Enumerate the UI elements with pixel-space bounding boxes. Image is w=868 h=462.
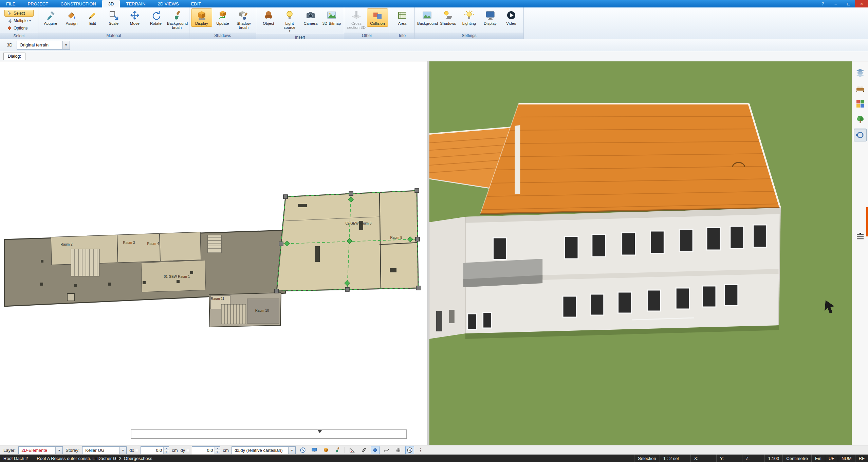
help-button[interactable]: ?: [816, 0, 829, 7]
plants-button[interactable]: [854, 113, 867, 126]
view-3d-panel[interactable]: [429, 61, 852, 445]
shadow-display-icon: [196, 10, 207, 21]
edit-pencil-icon: [87, 10, 98, 21]
dx-input[interactable]: [141, 447, 163, 454]
shadow-display-button[interactable]: Display: [191, 8, 212, 27]
layer-select[interactable]: 2D-Elemente ▾: [18, 446, 63, 454]
tab-edit[interactable]: EDIT: [185, 0, 207, 7]
floor-plan-canvas[interactable]: Raum 2 Raum 3 Raum 4 01-GEW-Raum 1 02-GE…: [0, 61, 427, 445]
status-flag-uf[interactable]: UF: [825, 455, 838, 462]
spin-down-icon[interactable]: ▼: [215, 450, 220, 454]
shadow-update-button[interactable]: Update: [212, 8, 233, 27]
furnishing-icon: [855, 83, 865, 93]
status-flag-rf[interactable]: RF: [855, 455, 868, 462]
options-button[interactable]: Options: [4, 25, 34, 32]
settings-display-button[interactable]: Display: [480, 8, 501, 27]
group-label-other: Other: [344, 33, 390, 39]
ortho-snap-toggle[interactable]: [371, 446, 380, 454]
collision-button[interactable]: Collision: [367, 8, 388, 27]
furnishing-button[interactable]: [854, 82, 867, 95]
render-3d-canvas[interactable]: [429, 61, 852, 445]
chevron-down-icon: ▾: [289, 30, 291, 33]
shadow-update-icon: [217, 10, 228, 21]
timer-icon: [300, 447, 306, 453]
scale-button[interactable]: Scale: [103, 8, 124, 27]
spline-toggle[interactable]: [382, 446, 391, 454]
cross-section-button[interactable]: Cross section 3D: [346, 8, 367, 31]
angle-snap-toggle[interactable]: [348, 446, 356, 454]
object-button[interactable]: Object: [258, 8, 279, 27]
settings-shadows-button[interactable]: Shadows: [438, 8, 459, 27]
dialog-tab[interactable]: Dialog:: [3, 53, 25, 60]
options-label: Options: [14, 26, 27, 31]
background-brush-button[interactable]: Background brush: [166, 8, 187, 31]
shadow-brush-button[interactable]: Shadow brush: [233, 8, 254, 31]
scale-indicator[interactable]: 1:100: [764, 455, 783, 462]
spin-up-icon[interactable]: ▲: [215, 447, 220, 450]
screen-button[interactable]: [310, 446, 319, 454]
background-brush-icon: [171, 10, 182, 21]
layers-button[interactable]: [854, 66, 867, 79]
timer-button[interactable]: [298, 446, 307, 454]
status-flag-num[interactable]: NUM: [838, 455, 855, 462]
tab-3d[interactable]: 3D: [102, 0, 120, 7]
plan-2d-panel[interactable]: Raum 2 Raum 3 Raum 4 01-GEW-Raum 1 02-GE…: [0, 61, 427, 445]
chevron-down-icon: ▾: [62, 41, 70, 49]
status-flag-ein[interactable]: Ein: [811, 455, 825, 462]
reference-cube-icon: [323, 447, 329, 453]
ribbon: Select Multiple ▾ Options Select: [0, 7, 868, 39]
collision-label: Collision: [370, 21, 385, 25]
scroll-indicator[interactable]: [866, 207, 868, 236]
paintbrush-button[interactable]: [333, 446, 342, 454]
parallel-snap-toggle[interactable]: [359, 446, 368, 454]
section-depth-button[interactable]: [854, 230, 867, 243]
tab-construction[interactable]: CONSTRUCTION: [54, 0, 102, 7]
overflow-menu[interactable]: ⋮: [417, 447, 424, 453]
close-button[interactable]: ×: [855, 0, 868, 7]
settings-background-button[interactable]: Background: [417, 8, 438, 27]
spin-up-icon[interactable]: ▲: [164, 447, 169, 450]
minimize-button[interactable]: –: [829, 0, 842, 7]
assign-label: Assign: [66, 21, 78, 25]
area-button[interactable]: Area: [392, 8, 413, 27]
tab-project[interactable]: PROJECT: [21, 0, 54, 7]
acquire-button[interactable]: Acquire: [40, 8, 61, 27]
bitmap-3d-button[interactable]: 3D-Bitmap: [321, 8, 342, 27]
rotate-button[interactable]: Rotate: [145, 8, 166, 27]
move-button[interactable]: Move: [124, 8, 145, 27]
maximize-button[interactable]: □: [842, 0, 855, 7]
tab-2d-views[interactable]: 2D VIEWS: [152, 0, 185, 7]
chevron-down-icon: ▾: [55, 447, 62, 454]
panel-splitter[interactable]: [427, 61, 429, 445]
spin-down-icon[interactable]: ▼: [164, 450, 169, 454]
tab-file[interactable]: FILE: [0, 0, 21, 7]
tab-terrain[interactable]: TERRAIN: [120, 0, 151, 7]
grid-toggle[interactable]: [394, 446, 403, 454]
light-source-label: Light source: [280, 21, 299, 30]
unit-indicator[interactable]: Centimetre: [782, 455, 811, 462]
scale-icon: [108, 10, 119, 21]
rotate-label: Rotate: [150, 21, 162, 25]
coordinate-mode-select[interactable]: dx,dy (relative cartesian) ▾: [232, 446, 296, 454]
room-label: Raum 4: [147, 242, 159, 246]
light-source-button[interactable]: Light source ▾: [279, 8, 300, 34]
camera-button[interactable]: Camera: [300, 8, 321, 27]
multiple-button[interactable]: Multiple ▾: [4, 17, 34, 24]
rotate-view-button[interactable]: [854, 129, 867, 141]
dy-input[interactable]: [192, 447, 215, 454]
group-label-material: Material: [38, 33, 189, 39]
ribbon-group-settings: Background Shadows Lighting Display Vide…: [415, 7, 524, 39]
rotate-icon: [150, 10, 161, 21]
reference-cube-button[interactable]: [321, 446, 330, 454]
cross-section-icon: [351, 10, 362, 21]
settings-lighting-button[interactable]: Lighting: [459, 8, 480, 27]
terrain-select[interactable]: Original terrain ▾: [17, 41, 70, 50]
north-arrow-toggle[interactable]: N: [405, 446, 414, 454]
assign-button[interactable]: Assign: [61, 8, 82, 27]
storey-select[interactable]: Keller UG ▾: [82, 446, 127, 454]
select-cursor-icon: [7, 11, 12, 16]
select-button[interactable]: Select: [4, 10, 34, 17]
edit-button[interactable]: Edit: [82, 8, 103, 27]
video-button[interactable]: Video: [501, 8, 522, 27]
materials-button[interactable]: [854, 97, 867, 110]
